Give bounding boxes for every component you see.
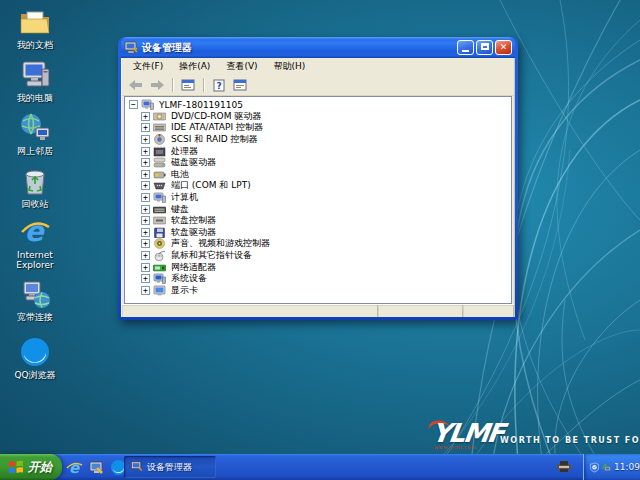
menu-item-0[interactable]: 文件(F) xyxy=(126,58,170,75)
desktop-icon-broadband[interactable]: 宽带连接 xyxy=(2,278,68,322)
expand-box[interactable]: + xyxy=(141,158,150,167)
taskbar-clock[interactable]: 11:09 xyxy=(614,462,640,472)
tree-item-row[interactable]: +系统设备 xyxy=(129,273,511,285)
expand-box[interactable]: + xyxy=(141,112,150,121)
ylmf-url-text: www.ylmf.com xyxy=(434,444,476,450)
recycle-bin-icon xyxy=(19,165,51,197)
toolbar: ? xyxy=(122,75,514,96)
security-shield-icon[interactable] xyxy=(590,461,599,474)
tree-root-label: YLMF-1801191105 xyxy=(157,100,245,110)
desktop-icon-label: QQ浏览器 xyxy=(14,370,55,380)
toolbar-separator-2 xyxy=(203,78,204,92)
svg-text:e: e xyxy=(25,216,46,248)
desktop-icon-qq-browser[interactable]: QQ浏览器 xyxy=(2,336,68,380)
desktop-icon-internet-explorer[interactable]: eInternet Explorer xyxy=(2,216,68,270)
window-body: 文件(F)操作(A)查看(V)帮助(H) ? −YLMF-1801191105+… xyxy=(121,58,515,317)
tree-item-row[interactable]: +计算机 xyxy=(129,192,511,204)
menu-bar: 文件(F)操作(A)查看(V)帮助(H) xyxy=(122,58,514,75)
expand-box[interactable]: + xyxy=(141,123,150,132)
port-icon xyxy=(153,180,166,191)
menu-item-1[interactable]: 操作(A) xyxy=(172,58,217,75)
expand-box[interactable]: + xyxy=(141,274,150,283)
back-button[interactable] xyxy=(127,77,145,94)
minimize-button[interactable] xyxy=(457,40,474,55)
collapse-box[interactable]: − xyxy=(129,100,138,109)
show-desktop-icon[interactable] xyxy=(88,459,105,476)
device-manager-window: 设备管理器 ✕ 文件(F)操作(A)查看(V)帮助(H) ? xyxy=(118,37,518,320)
titlebar[interactable]: 设备管理器 ✕ xyxy=(121,37,515,58)
desktop-icon-label: 网上邻居 xyxy=(17,146,53,156)
close-button[interactable]: ✕ xyxy=(495,40,512,55)
desktop-icon-label: 宽带连接 xyxy=(17,312,53,322)
tree-item-row[interactable]: +IDE ATA/ATAPI 控制器 xyxy=(129,122,511,134)
tree-item-row[interactable]: +声音、视频和游戏控制器 xyxy=(129,238,511,250)
my-documents-icon xyxy=(19,6,51,38)
window-title: 设备管理器 xyxy=(142,41,453,55)
qq-browser-icon xyxy=(19,336,51,368)
expand-box[interactable]: + xyxy=(141,193,150,202)
tree-item-row[interactable]: +DVD/CD-ROM 驱动器 xyxy=(129,111,511,123)
expand-box[interactable]: + xyxy=(141,181,150,190)
status-panel-3 xyxy=(463,305,514,317)
status-panel-1 xyxy=(122,305,378,317)
svg-text:e: e xyxy=(69,459,80,476)
tree-item-row[interactable]: +电池 xyxy=(129,169,511,181)
tree-root-row[interactable]: −YLMF-1801191105 xyxy=(129,99,511,111)
computer-icon xyxy=(153,192,166,203)
expand-box[interactable]: + xyxy=(141,147,150,156)
taskbar-button-device-manager[interactable]: 设备管理器 xyxy=(124,456,216,478)
expand-box[interactable]: + xyxy=(141,251,150,260)
window-button[interactable] xyxy=(231,77,249,94)
desktop-icon-network-places[interactable]: 网上邻居 xyxy=(2,112,68,156)
tree-item-row[interactable]: +显示卡 xyxy=(129,285,511,297)
console-tree-button[interactable] xyxy=(179,77,197,94)
expand-box[interactable]: + xyxy=(141,170,150,179)
tree-item-row[interactable]: +软盘控制器 xyxy=(129,215,511,227)
maximize-button[interactable] xyxy=(476,40,493,55)
network-status-icon[interactable] xyxy=(602,461,611,474)
tree-item-row[interactable]: +软盘驱动器 xyxy=(129,227,511,239)
expand-box[interactable]: + xyxy=(141,263,150,272)
windows-flag-icon xyxy=(8,460,24,475)
display-icon xyxy=(153,285,166,296)
tree-item-row[interactable]: +鼠标和其它指针设备 xyxy=(129,250,511,262)
ylmf-logo: YLMF www.ylmf.com WORTH TO BE TRUST FORE… xyxy=(432,420,632,452)
menu-item-3[interactable]: 帮助(H) xyxy=(267,58,313,75)
tree-item-row[interactable]: +键盘 xyxy=(129,203,511,215)
desktop-icon-label: 我的电脑 xyxy=(17,93,53,103)
battery-icon xyxy=(153,169,166,180)
status-panel-2 xyxy=(378,305,463,317)
ie-quicklaunch-icon[interactable]: e xyxy=(66,459,83,476)
device-manager-icon xyxy=(124,41,138,55)
expand-box[interactable]: + xyxy=(141,216,150,225)
tree-item-row[interactable]: +处理器 xyxy=(129,145,511,157)
expand-box[interactable]: + xyxy=(141,286,150,295)
help-button[interactable]: ? xyxy=(210,77,228,94)
scsi-icon xyxy=(153,134,166,145)
tree-item-row[interactable]: +网络适配器 xyxy=(129,261,511,273)
disk-icon xyxy=(153,157,166,168)
tree-item-row[interactable]: +磁盘驱动器 xyxy=(129,157,511,169)
expand-box[interactable]: + xyxy=(141,239,150,248)
status-bar xyxy=(122,304,514,317)
ide-icon xyxy=(153,122,166,133)
printer-icon[interactable] xyxy=(556,460,572,473)
desktop-icon-recycle-bin[interactable]: 回收站 xyxy=(2,165,68,209)
mouse-icon xyxy=(153,250,166,261)
desktop-icon-my-computer[interactable]: 我的电脑 xyxy=(2,59,68,103)
desktop-icon-label: 我的文档 xyxy=(17,40,53,50)
expand-box[interactable]: + xyxy=(141,135,150,144)
tree-item-row[interactable]: +SCSI 和 RAID 控制器 xyxy=(129,134,511,146)
expand-box[interactable]: + xyxy=(141,228,150,237)
device-tree: −YLMF-1801191105+DVD/CD-ROM 驱动器+IDE ATA/… xyxy=(124,96,512,304)
start-button[interactable]: 开始 xyxy=(0,454,62,480)
tree-item-label: 显示卡 xyxy=(169,284,200,297)
start-button-label: 开始 xyxy=(28,459,52,476)
forward-button[interactable] xyxy=(148,77,166,94)
menu-item-2[interactable]: 查看(V) xyxy=(219,58,264,75)
desktop-icon-my-documents[interactable]: 我的文档 xyxy=(2,6,68,50)
task-button-label: 设备管理器 xyxy=(147,461,192,474)
tree-item-row[interactable]: +端口 (COM 和 LPT) xyxy=(129,180,511,192)
expand-box[interactable]: + xyxy=(141,205,150,214)
quick-launch: e xyxy=(66,454,127,480)
